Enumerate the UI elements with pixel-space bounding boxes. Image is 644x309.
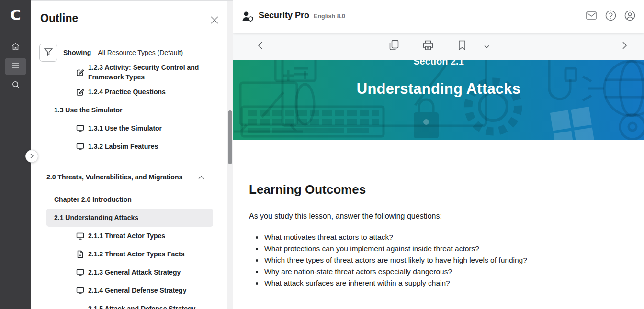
account-button[interactable]	[620, 7, 639, 26]
monitor-icon	[76, 232, 84, 240]
monitor-icon	[76, 143, 84, 151]
question-item: Why are nation-state threat actors espec…	[263, 266, 628, 277]
outline-item-label: 1.3 Use the Simulator	[54, 106, 122, 114]
bookmark-icon	[458, 40, 466, 53]
main-content: Security Pro English 8.0	[233, 0, 644, 309]
print-button[interactable]	[418, 36, 439, 57]
close-outline-button[interactable]	[208, 15, 221, 27]
outline-scrollbar[interactable]	[227, 1, 233, 309]
forward-chevron-icon	[622, 41, 627, 52]
outline-item-label: 2.1.2 Threat Actor Types Facts	[88, 250, 185, 258]
section-banner: Section 2.1 Understanding Attacks	[233, 60, 644, 140]
outline-item-label: 2.0 Threats, Vulnerabilities, and Migrat…	[46, 173, 182, 181]
outline-scrollbar-thumb[interactable]	[228, 110, 232, 164]
filter-funnel-icon	[44, 47, 53, 58]
edit-icon	[76, 88, 84, 96]
filter-value: All Resource Types (Default)	[98, 49, 183, 56]
back-chevron-icon	[258, 41, 263, 52]
outline-item[interactable]: 1.2.3 Activity: Security Control and Fra…	[31, 64, 227, 83]
lesson-intro: As you study this lesson, answer the fol…	[249, 212, 628, 221]
outline-item[interactable]: 2.1.3 General Attack Strategy	[31, 263, 227, 281]
chevron-down-icon	[484, 42, 490, 51]
banner-section-label: Section 2.1	[233, 60, 644, 67]
next-page-button[interactable]	[614, 36, 635, 57]
filter-row: Showing All Resource Types (Default)	[39, 44, 183, 62]
close-icon	[210, 16, 219, 26]
panel-expand-button[interactable]	[25, 150, 38, 163]
question-item: What protections can you implement again…	[263, 243, 628, 254]
search-button[interactable]	[5, 77, 26, 94]
bookmark-button[interactable]	[452, 36, 473, 57]
outline-item-label: 2.1.4 General Defense Strategy	[88, 287, 186, 294]
outline-item[interactable]: 1.3.1 Use the Simulator	[31, 119, 227, 137]
outline-item[interactable]: 1.3 Use the Simulator	[31, 101, 227, 119]
outline-item-label: Chapter 2.0 Introduction	[54, 196, 132, 203]
chevron-up-icon[interactable]	[198, 174, 205, 181]
course-header: Security Pro English 8.0	[233, 0, 644, 33]
key-terms-heading: Key Terms	[249, 307, 628, 309]
course-brand: Security Pro English 8.0	[241, 11, 345, 22]
monitor-icon	[76, 268, 84, 276]
outline-item[interactable]: 2.1.1 Threat Actor Types	[31, 227, 227, 245]
outline-item-label: 2.1.5 Attack and Defense Strategy	[88, 305, 195, 309]
outline-panel: Outline Showing All Resource Types (Defa…	[31, 0, 233, 309]
banner-title: Understanding Attacks	[233, 80, 644, 98]
course-title: Security Pro	[259, 11, 309, 21]
monitor-icon	[76, 287, 84, 295]
filter-button[interactable]	[39, 44, 57, 62]
copy-button[interactable]	[384, 36, 405, 57]
menu-icon	[11, 62, 20, 71]
copy-icon	[389, 40, 399, 53]
question-item: What attack surfaces are inherent within…	[263, 277, 628, 289]
help-button[interactable]	[601, 7, 620, 26]
outline-tree: 1.2.3 Activity: Security Control and Fra…	[31, 64, 227, 309]
messages-button[interactable]	[582, 7, 601, 26]
outline-menu-button[interactable]	[5, 58, 26, 75]
help-icon	[605, 10, 616, 23]
outline-item-selected[interactable]: 2.1 Understanding Attacks	[46, 209, 213, 227]
person-shield-icon	[241, 11, 254, 22]
question-item: What motivates threat actors to attack?	[263, 232, 628, 243]
outline-item-label: 1.2.4 Practice Questions	[88, 88, 166, 96]
header-actions	[582, 0, 639, 33]
home-icon	[11, 42, 20, 53]
outline-item[interactable]: 1.3.2 Labsim Features	[31, 137, 227, 155]
outline-item-label: 2.1.1 Threat Actor Types	[88, 232, 165, 240]
outline-item[interactable]: 2.0 Threats, Vulnerabilities, and Migrat…	[31, 168, 227, 186]
outline-item-label: 2.1 Understanding Attacks	[54, 214, 138, 221]
chevron-right-icon	[30, 152, 34, 161]
monitor-icon	[76, 124, 84, 132]
outline-item-label: 1.2.3 Activity: Security Control and Fra…	[88, 64, 206, 82]
lesson-toolbar	[233, 33, 644, 60]
banner-text: Section 2.1 Understanding Attacks	[233, 60, 644, 98]
print-icon	[422, 40, 433, 53]
outline-item[interactable]: 1.2.4 Practice Questions	[31, 83, 227, 101]
outline-item[interactable]: Chapter 2.0 Introduction	[31, 190, 227, 209]
blank-icon	[76, 305, 84, 309]
bookmark-menu-button[interactable]	[480, 36, 494, 57]
home-button[interactable]	[5, 39, 26, 56]
mail-icon	[586, 11, 597, 22]
outline-item-label: 1.3.2 Labsim Features	[88, 143, 158, 150]
document-icon	[76, 250, 84, 258]
filter-label: Showing	[63, 49, 91, 56]
panel-title: Outline	[40, 12, 78, 25]
previous-page-button[interactable]	[249, 36, 271, 57]
outline-divider	[40, 162, 213, 162]
account-icon	[624, 10, 635, 23]
question-list: What motivates threat actors to attack? …	[263, 232, 628, 289]
outline-item-label: 2.1.3 General Attack Strategy	[88, 268, 181, 276]
lesson-article: Learning Outcomes As you study this less…	[233, 182, 644, 309]
question-item: Which three types of threat actors are m…	[263, 254, 628, 266]
outline-item[interactable]: 2.1.2 Threat Actor Types Facts	[31, 245, 227, 263]
outline-item[interactable]: 2.1.4 General Defense Strategy	[31, 281, 227, 299]
edit-icon	[76, 68, 84, 77]
learning-outcomes-heading: Learning Outcomes	[249, 182, 628, 197]
app-logo: C	[0, 7, 31, 23]
outline-item-label: 1.3.1 Use the Simulator	[88, 124, 162, 132]
search-icon	[11, 80, 20, 91]
outline-item[interactable]: 2.1.5 Attack and Defense Strategy	[31, 299, 227, 309]
course-subtitle: English 8.0	[314, 13, 345, 20]
